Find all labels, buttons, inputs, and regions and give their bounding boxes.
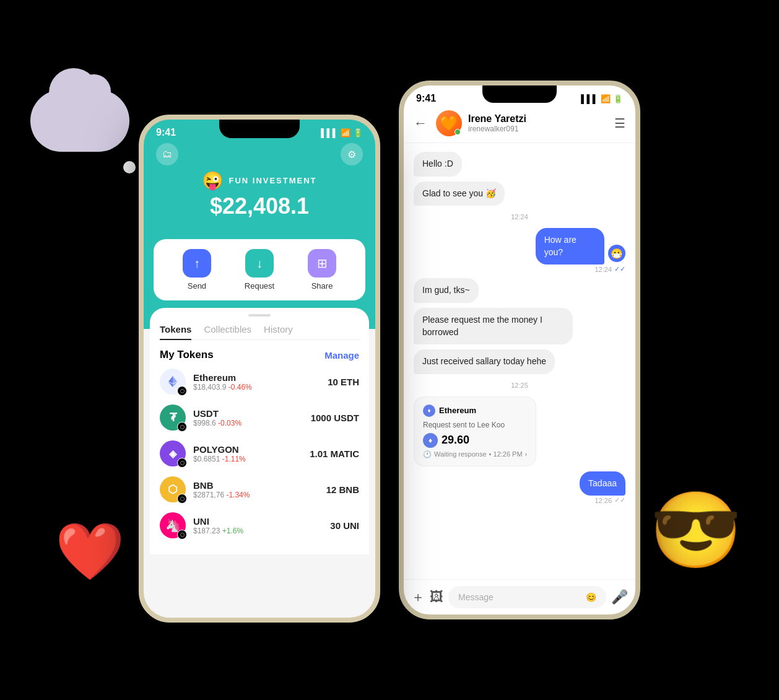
matic-chain-badge: ⬡: [177, 458, 187, 468]
eth-name: Ethereum: [193, 372, 320, 383]
matic-amount: 1.01 MATIC: [310, 448, 359, 459]
msg-request-text: Please request me the money I borrowed: [414, 308, 573, 344]
token-item-matic[interactable]: ◈ ⬡ POLYGON $0.6851 -1.11% 1.01 MATIC: [160, 440, 359, 466]
online-indicator: [455, 129, 461, 135]
request-button[interactable]: ↓ Request: [245, 249, 274, 291]
bnb-token-icon: ⬡ ⬡: [160, 476, 186, 502]
bnb-symbol: ⬡: [168, 483, 178, 496]
request-eth-med-icon: ♦: [423, 433, 438, 448]
time-label-1225: 12:25: [414, 382, 625, 389]
tab-collectibles[interactable]: Collectibles: [204, 324, 251, 335]
ethereum-icon: [166, 375, 180, 388]
back-button[interactable]: ←: [414, 115, 427, 131]
tokens-section-header: My Tokens Manage: [160, 349, 359, 361]
request-card-header: ♦ Ethereum: [423, 405, 527, 417]
usdt-token-icon: ₮ ⬡: [160, 405, 186, 431]
tokens-card: Tokens Collectibles History My Tokens Ma…: [150, 308, 369, 554]
request-amount-number: 29.60: [442, 434, 469, 447]
settings-icon-btn[interactable]: ⚙: [341, 143, 363, 165]
bnb-chain-badge: ⬡: [177, 494, 187, 504]
time-left: 9:41: [156, 127, 176, 138]
polygon-symbol: ◈: [169, 448, 176, 460]
signal-icon-right: ▌▌▌: [581, 94, 598, 103]
send-label: Send: [188, 281, 206, 291]
chat-menu-icon[interactable]: ☰: [614, 116, 625, 131]
chat-placeholder: Message: [458, 592, 494, 602]
chat-input-field[interactable]: Message 😊: [448, 586, 606, 608]
chat-avatar: 🧡: [436, 110, 462, 136]
request-description: Request sent to Lee Koo: [423, 421, 527, 429]
scene: ❤️ 😎 9:41 ▌▌▌ 📶 🔋 🗂 ⚙: [49, 40, 730, 660]
chat-user-name: Irene Yaretzi: [468, 113, 608, 125]
wallet-header: 🗂 ⚙ 😜 FUN INVESTMENT $22,408.1: [144, 138, 375, 239]
msg-time-howareyou: 12:24 ✓✓: [594, 265, 625, 273]
status-icons-right: ▌▌▌ 📶 🔋: [581, 94, 623, 103]
chat-input-emojis: 😊: [586, 592, 596, 602]
chat-messages: Hello :D Glad to see you 🥳 12:24 How are…: [404, 143, 635, 579]
matic-info: POLYGON $0.6851 -1.11%: [193, 444, 302, 463]
token-item-eth[interactable]: ⬡ Ethereum $18,403.9 -0.46% 10 ETH: [160, 369, 359, 395]
clock-icon: 🕐: [423, 450, 432, 458]
add-icon[interactable]: ＋: [411, 588, 425, 606]
usdt-amount: 1000 USDT: [311, 413, 359, 423]
msg-howareyou: How are you?: [536, 228, 604, 265]
wallet-emoji: 😜: [202, 170, 225, 191]
tab-history[interactable]: History: [264, 324, 293, 335]
header-icons: 🗂 ⚙: [156, 143, 363, 165]
request-status: 🕐 Waiting response • 12:26 PM ›: [423, 450, 527, 458]
matic-name: POLYGON: [193, 444, 302, 455]
msg-group-howareyou: How are you? 😷 12:24 ✓✓: [414, 228, 625, 273]
eth-chain-badge: ⬡: [177, 386, 187, 396]
msg-hello: Hello :D: [414, 152, 462, 177]
share-button[interactable]: ⊞ Share: [308, 249, 336, 291]
uni-token-icon: 🦄 ⬡: [160, 512, 186, 538]
wallet-icon-btn[interactable]: 🗂: [156, 143, 178, 165]
request-chevron: ›: [525, 450, 528, 458]
uni-info: UNI $187.23 +1.6%: [193, 516, 323, 535]
msg-time-tadaaa: 12:26 ✓✓: [594, 496, 625, 504]
chat-user-handle: irenewalker091: [468, 125, 608, 133]
time-howareyou: 12:24: [594, 266, 612, 273]
battery-icon-left: 🔋: [353, 128, 363, 138]
signal-icon-left: ▌▌▌: [321, 128, 338, 138]
tab-tokens[interactable]: Tokens: [160, 324, 191, 340]
my-tokens-title: My Tokens: [160, 349, 214, 361]
wifi-icon-right: 📶: [601, 94, 611, 103]
status-icons-left: ▌▌▌ 📶 🔋: [321, 128, 363, 138]
manage-link[interactable]: Manage: [324, 350, 359, 361]
token-item-bnb[interactable]: ⬡ ⬡ BNB $2871,76 -1.34% 12 BNB: [160, 476, 359, 502]
msg-group-hello: Hello :D: [414, 152, 625, 177]
uni-name: UNI: [193, 516, 323, 527]
uni-sub: $187.23 +1.6%: [193, 527, 323, 535]
request-amount: ♦ 29.60: [423, 433, 527, 448]
request-label: Request: [245, 281, 274, 291]
action-card: ↑ Send ↓ Request ⊞ Share: [154, 239, 365, 300]
notch-right: [482, 85, 557, 103]
msg-group-imgud: Im gud, tks~: [414, 278, 625, 303]
token-item-usdt[interactable]: ₮ ⬡ USDT $998.6 -0.03% 1000 USDT: [160, 405, 359, 431]
emoji-smile-icon[interactable]: 😊: [586, 592, 596, 602]
token-item-uni[interactable]: 🦄 ⬡ UNI $187.23 +1.6% 30 UNI: [160, 512, 359, 538]
share-icon: ⊞: [308, 249, 336, 278]
sent-avatar: 😷: [608, 245, 625, 262]
bnb-info: BNB $2871,76 -1.34%: [193, 480, 319, 499]
eth-token-icon: ⬡: [160, 369, 186, 395]
usdt-name: USDT: [193, 408, 303, 419]
usdt-sub: $998.6 -0.03%: [193, 419, 303, 427]
time-tadaaa: 12:26: [594, 497, 612, 504]
request-card[interactable]: ♦ Ethereum Request sent to Lee Koo ♦ 29.…: [414, 396, 536, 466]
cloud-decoration: [30, 90, 129, 152]
drag-handle: [248, 314, 271, 317]
msg-group-glad: Glad to see you 🥳: [414, 182, 625, 206]
usdt-letter: ₮: [170, 411, 176, 424]
matic-token-icon: ◈ ⬡: [160, 440, 186, 466]
phone-left: 9:41 ▌▌▌ 📶 🔋 🗂 ⚙ 😜 FUN INVESTMENT $2: [139, 115, 380, 623]
share-label: Share: [311, 281, 333, 291]
send-button[interactable]: ↑ Send: [183, 249, 211, 291]
image-icon[interactable]: 🖼: [430, 589, 443, 605]
mic-icon[interactable]: 🎤: [611, 589, 628, 605]
wallet-label: 😜 FUN INVESTMENT: [202, 170, 316, 191]
cloud-ball: [123, 161, 136, 173]
time-label-1224: 12:24: [414, 213, 625, 221]
msg-group-salary: Just received sallary today hehe: [414, 349, 625, 374]
